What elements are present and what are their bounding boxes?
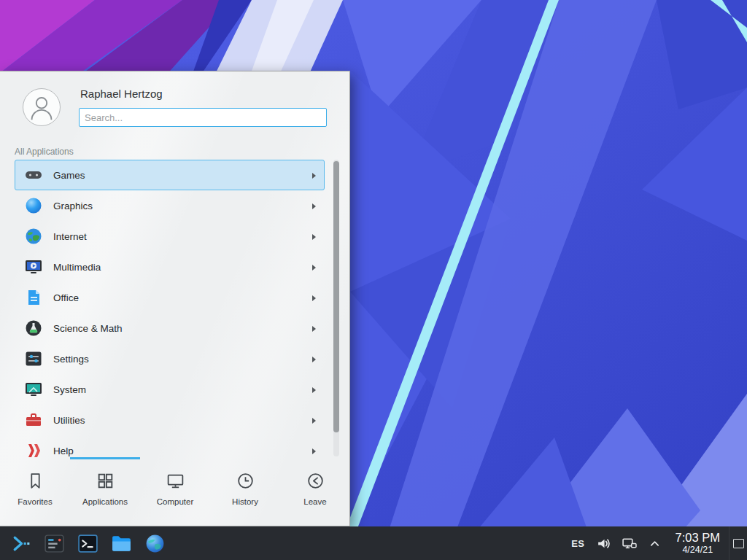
category-label: Multimedia [53, 262, 101, 273]
history-clock-icon [236, 471, 255, 491]
settings-sliders-icon [24, 349, 43, 368]
submenu-arrow-icon [312, 234, 316, 240]
category-row-help[interactable]: Help [15, 435, 325, 459]
show-desktop-button[interactable] [729, 526, 747, 560]
network-icon [622, 536, 637, 551]
graphics-sphere-icon [24, 196, 43, 215]
app-menu-button[interactable] [6, 529, 35, 558]
favorites-bookmark-icon [26, 471, 45, 491]
category-row-games[interactable]: Games [15, 160, 325, 190]
clock-widget[interactable]: 7:03 PM 4/24/21 [676, 531, 720, 556]
settings-console-button[interactable] [39, 529, 69, 558]
category-row-settings[interactable]: Settings [15, 343, 325, 374]
web-browser-button[interactable] [140, 529, 169, 558]
app-menu-icon [9, 532, 32, 555]
utilities-toolbox-icon [24, 411, 43, 429]
category-label: Utilities [53, 415, 85, 426]
keyboard-layout-indicator[interactable]: ES [571, 538, 584, 549]
submenu-arrow-icon [312, 326, 316, 332]
expand-arrow-icon [649, 538, 660, 549]
submenu-arrow-icon [312, 357, 316, 362]
category-list-scrollbar[interactable] [333, 160, 339, 456]
system-tray: ES 7:03 PM 4/24/21 [571, 526, 747, 560]
category-row-utilities[interactable]: Utilities [15, 405, 325, 435]
taskbar-launchers [0, 526, 171, 560]
science-flask-icon [24, 319, 43, 338]
file-manager-button[interactable] [107, 529, 136, 558]
search-input[interactable] [79, 108, 327, 127]
terminal-button[interactable] [73, 529, 102, 558]
tab-history[interactable]: History [210, 457, 280, 526]
tab-label: Favorites [18, 497, 52, 506]
internet-globe-icon [24, 227, 43, 246]
applications-grid-icon [96, 471, 115, 491]
submenu-arrow-icon [312, 173, 316, 179]
category-row-office[interactable]: Office [15, 282, 325, 313]
tab-leave[interactable]: Leave [280, 457, 350, 526]
category-label: Help [53, 446, 74, 456]
clock-date: 4/24/21 [676, 545, 720, 556]
tab-computer[interactable]: Computer [140, 457, 210, 526]
taskbar: ES 7:03 PM 4/24/21 [0, 526, 747, 560]
category-list: Games Graphics Internet [0, 160, 350, 459]
user-name: Raphael Hertzog [80, 88, 163, 100]
tab-applications[interactable]: Applications [70, 457, 140, 526]
category-label: Games [53, 170, 85, 181]
multimedia-icon [24, 257, 43, 276]
network-button[interactable] [622, 535, 638, 551]
leave-icon [306, 471, 325, 491]
volume-icon [596, 536, 611, 551]
system-monitor-icon [24, 380, 43, 399]
section-label-all-applications: All Applications [15, 147, 74, 157]
category-row-science-math[interactable]: Science & Math [15, 313, 325, 343]
settings-console-icon [43, 532, 66, 555]
volume-button[interactable] [596, 535, 612, 551]
category-row-system[interactable]: System [15, 374, 325, 405]
launcher-tab-bar: Favorites Applications Computer [0, 457, 350, 526]
category-row-graphics[interactable]: Graphics [15, 190, 325, 221]
category-label: System [53, 384, 86, 395]
submenu-arrow-icon [312, 448, 316, 454]
expand-tray-button[interactable] [647, 535, 663, 551]
computer-monitor-icon [166, 471, 185, 491]
scrollbar-thumb[interactable] [333, 161, 339, 432]
submenu-arrow-icon [312, 203, 316, 209]
category-label: Office [53, 292, 79, 303]
tab-favorites[interactable]: Favorites [0, 457, 70, 526]
category-label: Settings [53, 354, 89, 365]
tab-label: Computer [157, 497, 194, 506]
terminal-icon [77, 532, 99, 555]
submenu-arrow-icon [312, 418, 316, 424]
clock-time: 7:03 PM [676, 531, 720, 545]
tab-label: Leave [303, 497, 326, 506]
category-label: Graphics [53, 201, 93, 211]
show-desktop-icon [733, 539, 744, 548]
office-document-icon [24, 288, 43, 307]
tab-label: History [232, 497, 258, 506]
submenu-arrow-icon [312, 387, 316, 393]
help-icon [24, 441, 43, 459]
category-label: Internet [53, 231, 87, 242]
file-manager-icon [110, 532, 133, 555]
category-label: Science & Math [53, 323, 123, 334]
web-browser-icon [144, 532, 166, 555]
tab-label: Applications [82, 497, 128, 506]
submenu-arrow-icon [312, 295, 316, 301]
category-row-internet[interactable]: Internet [15, 221, 325, 252]
category-row-multimedia[interactable]: Multimedia [15, 252, 325, 282]
submenu-arrow-icon [312, 265, 316, 271]
application-launcher-menu: Raphael Hertzog All Applications Games G… [0, 71, 350, 526]
games-gamepad-icon [24, 166, 43, 184]
user-avatar [23, 88, 61, 126]
